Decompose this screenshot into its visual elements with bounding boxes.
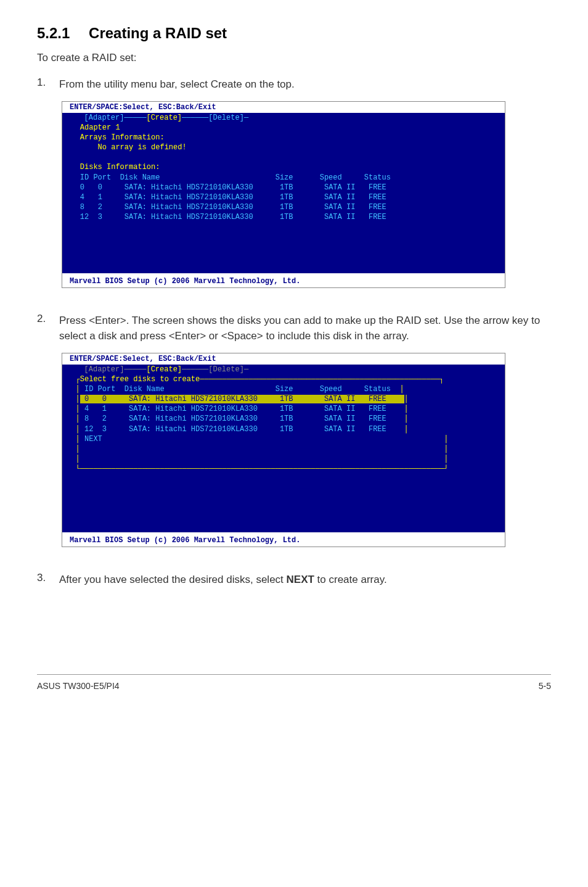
footer-product: ASUS TW300-E5/PI4 [37,681,120,691]
bios-help-bar: ENTER/SPACE:Select, ESC:Back/Exit [62,102,505,113]
disk-row-2[interactable]: 8 2 SATA: Hitachi HDS721010KLA330 1TB SA… [84,415,386,423]
step-number: 3. [37,572,59,588]
menu-adapter[interactable]: [Adapter] [84,113,125,122]
adapter-label: Adapter 1 [80,123,120,132]
bios-footer: Marvell BIOS Setup (c) 2006 Marvell Tech… [62,532,505,547]
bios-screen: [Adapter]─────[Create]──────[Delete]─ ┌S… [62,365,505,533]
select-free-disks-label: Select free disks to create [80,375,200,384]
bios-help-bar: ENTER/SPACE:Select, ESC:Back/Exit [62,353,505,365]
section-number: 5.2.1 [37,25,70,41]
disk-row-3[interactable]: 12 3 SATA: Hitachi HDS721010KLA330 1TB S… [84,425,386,434]
disk-row-2[interactable]: 8 2 SATA: Hitachi HDS721010KLA330 1TB SA… [80,203,386,212]
no-array-msg: No array is defined! [98,143,187,152]
bios-screen: [Adapter]─────[Create]──────[Delete]─ Ad… [62,113,505,273]
step-text: Press <Enter>. The screen shows the disk… [59,313,551,344]
disk-row-selected[interactable]: 0 0 SATA: Hitachi HDS721010KLA330 1TB SA… [80,395,404,403]
section-heading: 5.2.1 Creating a RAID set [37,25,551,42]
step-text: From the utility menu bar, select Create… [59,76,551,93]
menu-create-selected[interactable]: [Create] [146,365,182,374]
menu-delete[interactable]: [Delete] [208,113,244,122]
table-header-row: ID Port Disk Name Size Speed Status [80,173,391,182]
section-title: Creating a RAID set [89,25,227,41]
next-option[interactable]: NEXT [84,435,102,444]
disk-row-1[interactable]: 4 1 SATA: Hitachi HDS721010KLA330 1TB SA… [80,193,386,202]
bios-footer: Marvell BIOS Setup (c) 2006 Marvell Tech… [62,273,505,287]
menu-adapter-dim: [Adapter] [84,365,125,374]
step-number: 1. [37,76,59,93]
bios-screenshot-1: ENTER/SPACE:Select, ESC:Back/Exit [Adapt… [62,101,505,288]
disks-info-label: Disks Information: [80,163,160,171]
step-number: 2. [37,313,59,344]
bios-screenshot-2: ENTER/SPACE:Select, ESC:Back/Exit [Adapt… [62,353,505,548]
table-header-row: ID Port Disk Name Size Speed Status [84,385,391,394]
step-3: 3. After you have selected the desired d… [37,572,551,588]
page-footer: ASUS TW300-E5/PI4 5-5 [37,674,551,691]
step-1: 1. From the utility menu bar, select Cre… [37,76,551,93]
arrays-info-label: Arrays Information: [80,133,165,142]
disk-row-3[interactable]: 12 3 SATA: Hitachi HDS721010KLA330 1TB S… [80,213,386,221]
step-2: 2. Press <Enter>. The screen shows the d… [37,313,551,344]
menu-create-selected[interactable]: [Create] [146,113,182,122]
step-text: After you have selected the desired disk… [59,572,551,588]
disk-row-0[interactable]: 0 0 SATA: Hitachi HDS721010KLA330 1TB SA… [80,183,386,192]
menu-delete-dim: [Delete] [208,365,244,374]
disk-row-1[interactable]: 4 1 SATA: Hitachi HDS721010KLA330 1TB SA… [84,405,386,413]
intro-text: To create a RAID set: [37,52,551,64]
footer-page-number: 5-5 [539,681,551,691]
